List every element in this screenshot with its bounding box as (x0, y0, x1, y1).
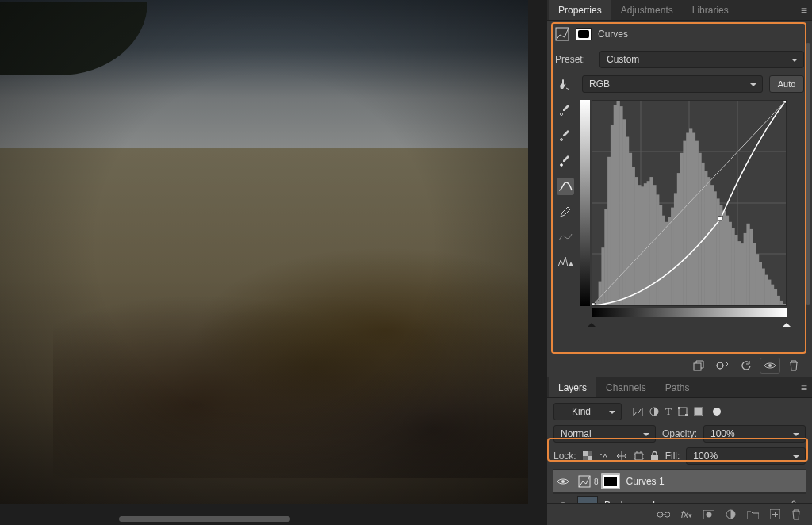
tab-adjustments[interactable]: Adjustments (611, 0, 683, 20)
svg-rect-89 (695, 408, 702, 415)
preset-label: Preset: (555, 54, 593, 65)
curves-adjust-icon (555, 27, 569, 41)
svg-rect-68 (768, 280, 771, 305)
new-adjustment-icon[interactable] (726, 509, 736, 519)
svg-rect-56 (731, 228, 734, 305)
lock-position-icon[interactable] (616, 450, 627, 462)
layer-row-curves[interactable]: 8 Curves 1 (553, 469, 806, 493)
canvas-horizontal-scrollbar[interactable] (119, 516, 290, 522)
layers-footer: fx▾ (547, 503, 812, 525)
fx-icon[interactable]: fx▾ (681, 509, 692, 520)
layer-filter-icons: T (633, 405, 721, 418)
svg-rect-32 (659, 205, 662, 306)
opacity-dropdown[interactable]: 100% (703, 425, 806, 443)
smart-filter-icon[interactable] (694, 407, 703, 416)
blend-mode-dropdown[interactable]: Normal (553, 425, 656, 443)
svg-point-94 (600, 454, 602, 455)
eyedropper-gray-icon[interactable] (557, 127, 574, 144)
curve-point-icon[interactable] (557, 178, 574, 195)
filter-toggle-icon[interactable] (713, 408, 721, 416)
svg-rect-34 (665, 222, 668, 305)
new-layer-icon[interactable] (770, 509, 780, 519)
svg-rect-35 (668, 217, 671, 305)
svg-rect-15 (607, 157, 611, 305)
black-point-slider[interactable] (588, 319, 596, 327)
panel-menu-icon[interactable]: ≡ (801, 4, 807, 17)
tab-libraries[interactable]: Libraries (683, 0, 738, 20)
view-previous-state-icon[interactable] (712, 358, 733, 374)
link-layers-icon[interactable] (657, 511, 670, 519)
svg-rect-21 (626, 137, 629, 306)
svg-rect-60 (744, 233, 747, 305)
finger-icon[interactable] (557, 76, 574, 94)
type-filter-icon[interactable]: T (665, 405, 672, 418)
lock-artboard-icon[interactable] (634, 451, 644, 462)
svg-rect-93 (583, 456, 588, 461)
input-range-slider[interactable] (592, 319, 787, 327)
svg-point-2 (561, 139, 563, 141)
tab-paths[interactable]: Paths (656, 377, 699, 397)
input-gradient-bar (592, 308, 787, 317)
lock-pixels-icon[interactable] (583, 451, 592, 461)
properties-title: Curves (598, 29, 628, 40)
layers-panel-menu-icon[interactable]: ≡ (801, 381, 807, 394)
svg-rect-91 (588, 456, 592, 461)
curves-layer-icon (577, 474, 592, 489)
lock-image-icon[interactable] (599, 451, 610, 461)
new-group-icon[interactable] (747, 510, 759, 519)
svg-rect-16 (611, 125, 614, 305)
panels-column: Properties Adjustments Libraries ≡ Curve… (547, 0, 812, 525)
eyedropper-black-icon[interactable] (557, 102, 574, 119)
clip-to-layer-icon[interactable] (688, 358, 709, 374)
reset-icon[interactable] (736, 358, 756, 374)
curves-graph-area (580, 100, 787, 330)
properties-scrollbar[interactable] (806, 43, 810, 305)
adjustment-filter-icon[interactable] (649, 407, 659, 416)
curves-graph[interactable] (592, 100, 787, 306)
svg-rect-59 (741, 243, 744, 305)
svg-rect-67 (764, 275, 768, 305)
delete-layer-icon[interactable] (791, 509, 801, 520)
mask-thumbnail-icon[interactable] (601, 473, 620, 489)
eyedropper-white-icon[interactable] (557, 152, 574, 170)
svg-point-3 (561, 164, 563, 167)
add-mask-icon[interactable] (703, 510, 714, 519)
svg-rect-70 (774, 289, 777, 305)
visibility-toggle-icon[interactable] (557, 477, 571, 485)
image-filter-icon[interactable] (633, 408, 643, 416)
svg-rect-20 (622, 119, 626, 305)
svg-rect-55 (729, 222, 732, 305)
svg-rect-49 (710, 185, 714, 305)
channel-dropdown[interactable]: RGB (582, 75, 763, 93)
svg-rect-92 (588, 451, 592, 456)
pencil-icon[interactable] (557, 203, 574, 220)
tab-properties[interactable]: Properties (549, 0, 611, 20)
smooth-icon[interactable] (557, 228, 574, 246)
delete-adjustment-icon[interactable] (783, 358, 804, 374)
svg-rect-64 (756, 254, 759, 305)
white-point-slider[interactable] (783, 319, 791, 327)
lock-all-icon[interactable] (650, 451, 659, 462)
svg-rect-39 (680, 153, 684, 305)
image-canvas[interactable] (0, 0, 547, 525)
svg-rect-65 (759, 262, 762, 305)
tab-layers[interactable]: Layers (549, 377, 596, 397)
fill-dropdown[interactable]: 100% (686, 447, 806, 465)
svg-rect-27 (644, 183, 647, 305)
document-image (0, 0, 528, 504)
properties-panel-tabs: Properties Adjustments Libraries ≡ (547, 0, 812, 21)
clip-warning-icon[interactable] (557, 254, 574, 271)
tab-channels[interactable]: Channels (596, 377, 656, 397)
svg-rect-51 (716, 198, 719, 305)
toggle-visibility-icon[interactable] (760, 358, 780, 374)
layers-panel: Kind T Normal Opacity: 100% Lock: (547, 398, 812, 517)
preset-dropdown[interactable]: Custom (599, 51, 804, 68)
auto-button[interactable]: Auto (769, 75, 804, 93)
layer-kind-dropdown[interactable]: Kind (553, 403, 622, 420)
svg-point-105 (707, 512, 712, 517)
svg-rect-48 (707, 177, 710, 305)
layer-name[interactable]: Curves 1 (626, 476, 665, 487)
output-gradient-bar (580, 100, 590, 306)
svg-rect-17 (614, 105, 617, 305)
shape-filter-icon[interactable] (678, 407, 688, 416)
